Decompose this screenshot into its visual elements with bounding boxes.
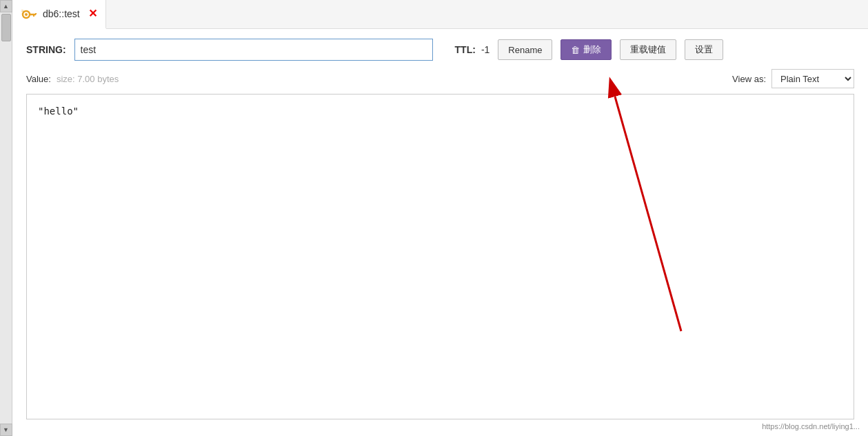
view-as-label: View as: xyxy=(732,74,766,84)
scroll-down-arrow[interactable]: ▼ xyxy=(0,424,12,436)
scroll-thumb[interactable] xyxy=(1,14,11,41)
tab-item[interactable]: ≈ db6::test ✕ xyxy=(12,0,106,29)
reload-button[interactable]: 重载键值 xyxy=(620,39,676,60)
key-icon: ≈ xyxy=(21,6,37,22)
delete-label: 删除 xyxy=(583,43,601,56)
left-scrollbar[interactable]: ▲ ▼ xyxy=(0,0,12,436)
value-row: Value: size: 7.00 bytes View as: Plain T… xyxy=(12,66,868,94)
content-area: "hello" xyxy=(26,94,854,419)
value-label: Value: xyxy=(26,74,51,84)
svg-text:≈: ≈ xyxy=(21,8,24,13)
tab-label: db6::test xyxy=(43,8,80,19)
delete-button[interactable]: 🗑 删除 xyxy=(561,39,612,60)
ttl-label: TTL: xyxy=(455,44,476,55)
trash-icon: 🗑 xyxy=(571,45,580,55)
scroll-track xyxy=(0,12,12,424)
value-info: size: 7.00 bytes xyxy=(57,74,119,84)
tab-close-button[interactable]: ✕ xyxy=(88,7,97,20)
key-input[interactable] xyxy=(74,39,433,61)
tab-bar: ≈ db6::test ✕ xyxy=(12,0,868,29)
scroll-up-arrow[interactable]: ▲ xyxy=(0,0,12,12)
rename-button[interactable]: Rename xyxy=(498,39,552,60)
content-text: "hello" xyxy=(38,106,79,117)
footer-url: https://blog.csdn.net/liying1... xyxy=(762,422,860,430)
view-as-section: View as: Plain Text JSON HEX xyxy=(732,69,854,88)
view-as-select[interactable]: Plain Text JSON HEX xyxy=(771,69,854,88)
main-content: ≈ db6::test ✕ STRING: TTL: -1 Rename 🗑 删… xyxy=(12,0,868,436)
key-row: STRING: TTL: -1 Rename 🗑 删除 重载键值 设置 xyxy=(12,29,868,66)
set-button[interactable]: 设置 xyxy=(685,39,723,60)
ttl-section: TTL: -1 xyxy=(455,44,490,55)
string-label: STRING: xyxy=(26,44,66,55)
svg-point-4 xyxy=(25,13,28,16)
ttl-value: -1 xyxy=(481,44,489,55)
